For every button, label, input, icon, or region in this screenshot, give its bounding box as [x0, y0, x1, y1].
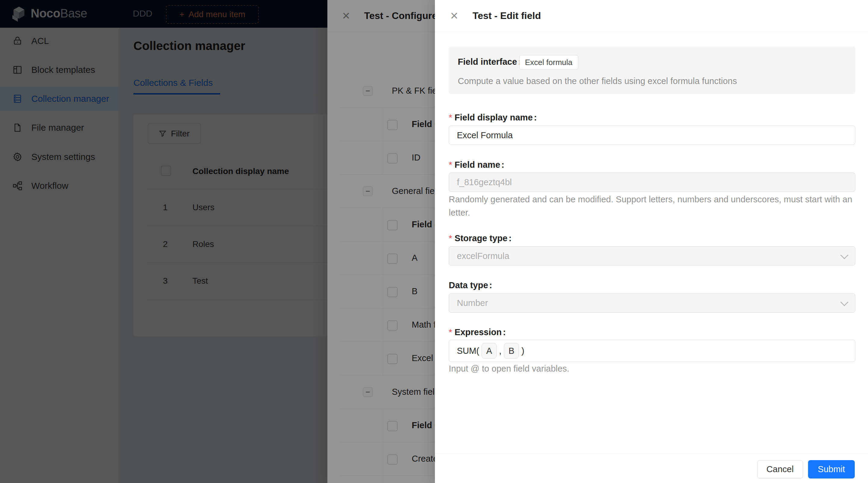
expression-variable-token[interactable]: A [482, 343, 497, 359]
data-type-label: Data type: [449, 280, 492, 290]
field-name-help: Randomly generated and can be modified. … [449, 193, 856, 219]
field-name-input: f_816geztq4bl [449, 172, 855, 192]
expression-comma: , [499, 346, 501, 356]
field-interface-box: Field interface: Excel formula Compute a… [449, 47, 855, 94]
chevron-down-icon [840, 298, 848, 306]
expression-input[interactable]: SUM( A , B ) [449, 340, 855, 362]
data-type-select: Number [449, 293, 855, 313]
cancel-button[interactable]: Cancel [757, 460, 803, 479]
expression-help: Input @ to open field variables. [449, 362, 856, 375]
field-display-name-label: *Field display name: [449, 112, 537, 123]
field-interface-label: Field interface: [458, 57, 521, 67]
drawer-title: Test - Edit field [472, 0, 541, 32]
edit-field-drawer: × Test - Edit field Field interface: Exc… [435, 0, 868, 483]
drawer-header: × Test - Edit field [435, 0, 868, 32]
field-interface-tag: Excel formula [519, 55, 578, 70]
storage-type-label: *Storage type: [449, 233, 512, 243]
submit-button[interactable]: Submit [808, 460, 855, 479]
drawer-footer: Cancel Submit [435, 453, 868, 483]
field-display-name-input[interactable]: Excel Formula [449, 126, 855, 145]
storage-type-select: excelFormula [449, 246, 855, 266]
expression-prefix: SUM( [457, 346, 479, 356]
field-name-label: *Field name: [449, 160, 504, 170]
expression-variable-token[interactable]: B [504, 343, 519, 359]
chevron-down-icon [840, 251, 848, 259]
field-interface-description: Compute a value based on the other field… [458, 76, 737, 86]
close-icon[interactable]: × [446, 7, 463, 24]
expression-label: *Expression: [449, 327, 506, 337]
app-root: NocoBase DDD + Add menu item ACL Block t… [0, 0, 868, 483]
expression-suffix: ) [521, 346, 524, 356]
